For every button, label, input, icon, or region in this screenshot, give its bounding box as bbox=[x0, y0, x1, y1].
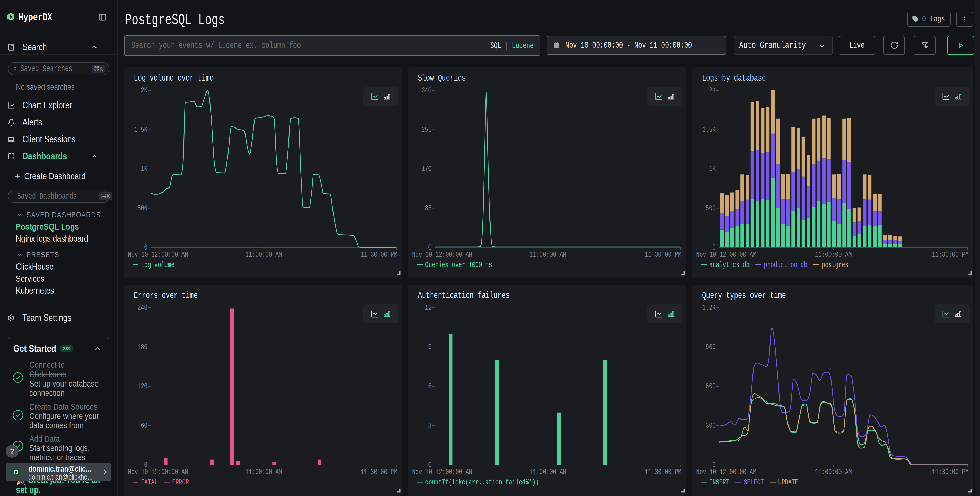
svg-text:1K: 1K bbox=[141, 164, 148, 173]
svg-text:Nov 10 12:00:00 AM: Nov 10 12:00:00 AM bbox=[412, 468, 472, 477]
svg-text:120: 120 bbox=[137, 382, 148, 391]
svg-text:Nov 10 12:00:00 AM: Nov 10 12:00:00 AM bbox=[696, 250, 756, 259]
svg-text:Logs by database: Logs by database bbox=[702, 73, 766, 83]
svg-text:Queries over 1000 ms: Queries over 1000 ms bbox=[425, 261, 492, 270]
svg-text:postgres: postgres bbox=[822, 261, 848, 270]
svg-text:11:00:00 AM: 11:00:00 AM bbox=[530, 468, 566, 477]
svg-text:2K: 2K bbox=[709, 86, 716, 95]
svg-text:500: 500 bbox=[706, 204, 716, 213]
svg-text:11:30:00 PM: 11:30:00 PM bbox=[361, 250, 397, 259]
svg-text:Log volume over time: Log volume over time bbox=[134, 73, 213, 83]
svg-text:SELECT: SELECT bbox=[744, 478, 764, 487]
svg-text:Slow Queries: Slow Queries bbox=[418, 73, 466, 83]
svg-text:240: 240 bbox=[137, 303, 148, 312]
svg-text:170: 170 bbox=[422, 164, 431, 173]
svg-text:85: 85 bbox=[425, 204, 431, 213]
svg-text:1.5K: 1.5K bbox=[134, 125, 148, 134]
svg-text:500: 500 bbox=[137, 204, 148, 213]
svg-text:11:00:00 AM: 11:00:00 AM bbox=[815, 468, 852, 477]
svg-text:ERROR: ERROR bbox=[172, 478, 189, 487]
svg-text:9: 9 bbox=[428, 343, 431, 351]
svg-text:Nov 10 12:00:00 AM: Nov 10 12:00:00 AM bbox=[412, 250, 472, 259]
svg-text:FATAL: FATAL bbox=[141, 478, 158, 487]
svg-text:Nov 10 12:00:00 AM: Nov 10 12:00:00 AM bbox=[696, 468, 756, 477]
svg-text:255: 255 bbox=[422, 125, 431, 134]
svg-text:1K: 1K bbox=[709, 164, 716, 173]
svg-text:countIf(like(arr..ation failed: countIf(like(arr..ation failed%')) bbox=[425, 478, 539, 487]
svg-text:11:30:00 PM: 11:30:00 PM bbox=[361, 468, 397, 477]
svg-text:11:00:00 AM: 11:00:00 AM bbox=[245, 468, 282, 477]
svg-text:analytics_db: analytics_db bbox=[709, 261, 749, 270]
svg-text:Log volume: Log volume bbox=[141, 261, 175, 270]
svg-text:60: 60 bbox=[141, 421, 148, 430]
svg-text:600: 600 bbox=[706, 382, 716, 391]
svg-text:production_db: production_db bbox=[764, 261, 807, 270]
svg-text:11:30:00 PM: 11:30:00 PM bbox=[932, 468, 969, 477]
svg-text:Nov 10 12:00:00 AM: Nov 10 12:00:00 AM bbox=[128, 250, 188, 259]
svg-text:UPDATE: UPDATE bbox=[778, 478, 798, 487]
svg-text:1.2K: 1.2K bbox=[702, 303, 716, 312]
svg-text:3: 3 bbox=[428, 421, 431, 430]
svg-text:Nov 10 12:00:00 AM: Nov 10 12:00:00 AM bbox=[128, 468, 188, 477]
svg-text:Query types over time: Query types over time bbox=[702, 290, 786, 301]
svg-text:12: 12 bbox=[425, 303, 431, 312]
svg-text:900: 900 bbox=[706, 343, 716, 351]
svg-text:11:00:00 AM: 11:00:00 AM bbox=[530, 250, 566, 259]
svg-text:340: 340 bbox=[422, 86, 431, 95]
svg-text:11:30:00 PM: 11:30:00 PM bbox=[645, 468, 681, 477]
svg-text:180: 180 bbox=[137, 343, 148, 351]
svg-text:INSERT: INSERT bbox=[709, 478, 729, 487]
svg-text:Authentication failures: Authentication failures bbox=[418, 290, 509, 301]
svg-text:11:30:00 PM: 11:30:00 PM bbox=[645, 250, 681, 259]
svg-text:2K: 2K bbox=[141, 86, 148, 95]
svg-text:1.5K: 1.5K bbox=[702, 125, 716, 134]
svg-text:11:00:00 AM: 11:00:00 AM bbox=[245, 250, 282, 259]
svg-text:Errors over time: Errors over time bbox=[134, 290, 198, 301]
svg-text:11:00:00 AM: 11:00:00 AM bbox=[815, 250, 852, 259]
svg-text:11:30:00 PM: 11:30:00 PM bbox=[932, 250, 969, 259]
svg-text:300: 300 bbox=[706, 421, 716, 430]
svg-text:6: 6 bbox=[428, 382, 431, 391]
